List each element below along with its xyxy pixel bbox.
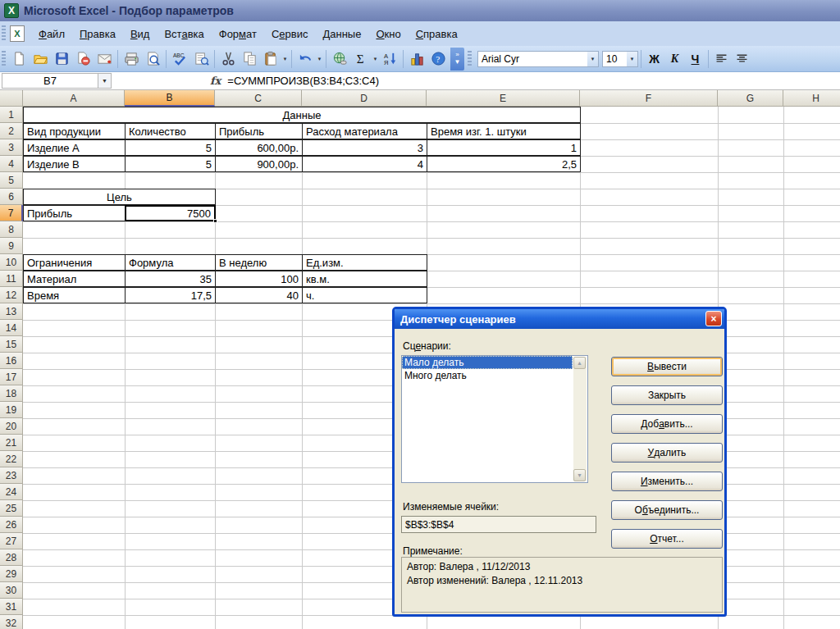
row-header-19[interactable]: 19 bbox=[0, 402, 23, 418]
copy-icon[interactable] bbox=[240, 49, 259, 69]
menu-edit[interactable]: Правка bbox=[72, 25, 123, 43]
cell-D10[interactable]: Ед.изм. bbox=[302, 254, 427, 271]
chevron-down-icon[interactable]: ▼ bbox=[627, 52, 637, 66]
scenario-item[interactable]: Мало делать bbox=[402, 356, 573, 369]
cell-E4[interactable]: 2,5 bbox=[427, 156, 581, 172]
cell-C11[interactable]: 100 bbox=[215, 271, 303, 287]
row-header-24[interactable]: 24 bbox=[0, 484, 23, 500]
workbook-icon[interactable]: X bbox=[10, 25, 25, 42]
scenario-item[interactable]: Много делать bbox=[402, 369, 573, 382]
help-icon[interactable]: ? bbox=[428, 49, 448, 69]
column-header-H[interactable]: H bbox=[783, 90, 840, 107]
row-header-27[interactable]: 27 bbox=[0, 533, 23, 549]
menu-format[interactable]: Формат bbox=[212, 25, 264, 43]
email-icon[interactable] bbox=[94, 49, 114, 69]
row-header-4[interactable]: 4 bbox=[0, 156, 23, 172]
chevron-down-icon[interactable]: ▼ bbox=[372, 57, 379, 62]
column-header-E[interactable]: E bbox=[427, 90, 580, 107]
scroll-down-icon[interactable]: ▼ bbox=[573, 469, 586, 481]
undo-icon[interactable] bbox=[295, 49, 315, 69]
chart-wizard-icon[interactable] bbox=[407, 49, 427, 69]
dialog-title-bar[interactable]: Диспетчер сценариев × bbox=[395, 309, 724, 329]
merge-button[interactable]: Объединить... bbox=[611, 500, 723, 520]
autosum-icon[interactable]: Σ bbox=[351, 49, 371, 69]
new-document-icon[interactable] bbox=[9, 49, 29, 69]
column-header-F[interactable]: F bbox=[580, 90, 718, 107]
menu-window[interactable]: Окно bbox=[368, 25, 408, 43]
cell-B11[interactable]: 35 bbox=[125, 271, 216, 287]
row-header-7[interactable]: 7 bbox=[0, 205, 23, 221]
scenario-listbox[interactable]: ▲ ▼ Мало делатьМного делать bbox=[401, 355, 588, 483]
row-header-21[interactable]: 21 bbox=[0, 435, 23, 451]
cell-C3[interactable]: 600,00р. bbox=[215, 139, 303, 156]
row-header-16[interactable]: 16 bbox=[0, 353, 23, 369]
permission-icon[interactable] bbox=[73, 49, 93, 69]
cell-B2[interactable]: Количество bbox=[125, 123, 216, 139]
cell-D3[interactable]: 3 bbox=[302, 139, 427, 156]
row-header-9[interactable]: 9 bbox=[0, 238, 23, 254]
cell-A10[interactable]: Ограничения bbox=[23, 254, 126, 271]
changing-cells-input[interactable]: $B$3:$B$4 bbox=[401, 516, 596, 533]
delete-button[interactable]: Удалить bbox=[611, 443, 723, 463]
row-header-20[interactable]: 20 bbox=[0, 418, 23, 435]
chevron-down-icon[interactable]: ▼ bbox=[281, 57, 289, 62]
row-header-12[interactable]: 12 bbox=[0, 287, 23, 303]
cell-A1[interactable]: Данные bbox=[23, 107, 581, 123]
cell-C10[interactable]: В неделю bbox=[215, 254, 303, 271]
fill-handle[interactable] bbox=[213, 219, 217, 223]
cell-D12[interactable]: ч. bbox=[302, 287, 427, 303]
menu-view[interactable]: Вид bbox=[123, 25, 158, 43]
cell-D11[interactable]: кв.м. bbox=[302, 271, 427, 287]
align-left-icon[interactable] bbox=[712, 50, 731, 68]
comment-box[interactable]: Автор: Валера , 11/12/2013 Автор изменен… bbox=[401, 557, 723, 613]
cut-icon[interactable] bbox=[218, 49, 238, 69]
cell-B12[interactable]: 17,5 bbox=[125, 287, 216, 303]
row-header-30[interactable]: 30 bbox=[0, 582, 23, 599]
row-header-5[interactable]: 5 bbox=[0, 172, 23, 189]
bold-button[interactable]: Ж bbox=[645, 50, 664, 68]
formula-input[interactable]: =СУММПРОИЗВ(B3:B4;C3:C4) bbox=[227, 75, 379, 87]
cell-D4[interactable]: 4 bbox=[302, 156, 427, 172]
cell-A3[interactable]: Изделие А bbox=[23, 139, 126, 156]
insert-function-icon[interactable]: fx bbox=[210, 75, 221, 87]
toolbar-grip[interactable] bbox=[468, 51, 472, 67]
column-header-C[interactable]: C bbox=[215, 90, 302, 107]
menu-data[interactable]: Данные bbox=[315, 25, 368, 43]
menu-insert[interactable]: Вставка bbox=[157, 25, 211, 43]
row-header-6[interactable]: 6 bbox=[0, 189, 23, 205]
italic-button[interactable]: K bbox=[665, 50, 684, 68]
add-button[interactable]: Добавить... bbox=[611, 414, 723, 434]
scroll-up-icon[interactable]: ▲ bbox=[573, 357, 586, 369]
row-header-31[interactable]: 31 bbox=[0, 599, 23, 615]
menu-tools[interactable]: Сервис bbox=[264, 25, 316, 43]
cell-E2[interactable]: Время изг. 1. штуки bbox=[427, 123, 581, 139]
row-header-22[interactable]: 22 bbox=[0, 451, 23, 467]
column-header-D[interactable]: D bbox=[302, 90, 427, 107]
save-icon[interactable] bbox=[52, 49, 71, 69]
menu-help[interactable]: Справка bbox=[409, 25, 465, 43]
insert-hyperlink-icon[interactable] bbox=[330, 49, 349, 69]
row-header-11[interactable]: 11 bbox=[0, 271, 23, 287]
row-header-13[interactable]: 13 bbox=[0, 303, 23, 320]
print-icon[interactable] bbox=[121, 49, 141, 69]
report-button[interactable]: Отчет... bbox=[611, 529, 723, 549]
cell-B10[interactable]: Формула bbox=[125, 254, 216, 271]
font-size-select[interactable]: 10 ▼ bbox=[602, 51, 638, 67]
cell-C12[interactable]: 40 bbox=[215, 287, 303, 303]
cell-C2[interactable]: Прибыль bbox=[215, 123, 303, 139]
cell-D2[interactable]: Расход материала bbox=[302, 123, 427, 139]
select-all-corner[interactable] bbox=[0, 90, 23, 107]
cell-B3[interactable]: 5 bbox=[125, 139, 216, 156]
scrollbar[interactable]: ▲ ▼ bbox=[573, 357, 587, 481]
row-header-10[interactable]: 10 bbox=[0, 254, 23, 271]
row-header-25[interactable]: 25 bbox=[0, 500, 23, 517]
row-header-28[interactable]: 28 bbox=[0, 549, 23, 566]
toolbar-grip[interactable] bbox=[2, 25, 6, 42]
font-name-select[interactable]: Arial Cyr ▼ bbox=[477, 51, 599, 67]
row-header-18[interactable]: 18 bbox=[0, 385, 23, 402]
cell-A2[interactable]: Вид продукции bbox=[23, 123, 126, 139]
spelling-icon[interactable]: ABC bbox=[170, 49, 189, 69]
open-icon[interactable] bbox=[30, 49, 50, 69]
underline-button[interactable]: Ч bbox=[686, 50, 705, 68]
row-header-17[interactable]: 17 bbox=[0, 369, 23, 385]
